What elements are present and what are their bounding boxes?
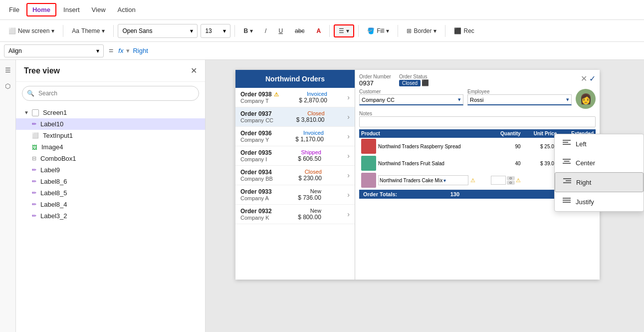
border-button[interactable]: ⊞ Border ▾ (402, 25, 441, 37)
notes-input[interactable] (359, 116, 596, 127)
new-screen-icon: ⬜ (8, 27, 16, 34)
customer-field: Customer Company CC ▾ (359, 89, 463, 109)
toolbar-divider-1 (63, 25, 63, 37)
toolbar-divider-4 (329, 25, 330, 37)
sidebar-hamburger-icon[interactable]: ☰ (2, 64, 14, 76)
tree-arrow-screen1: ▼ (24, 110, 29, 115)
tree-item-label3-2[interactable]: ✏ Label3_2 (16, 210, 205, 222)
tree-panel: Tree view ✕ 🔍 ▼ Screen1 ✏ Label10 ⬜ Text… (16, 60, 206, 332)
chevron-0934: › (347, 171, 350, 179)
align-option-center[interactable]: Center (555, 153, 644, 172)
tree-label8-6-name: Label8_6 (40, 178, 67, 185)
chevron-0936: › (347, 132, 350, 140)
tree-screen1-label: Screen1 (43, 109, 67, 116)
tree-checkbox-screen1[interactable] (32, 109, 39, 116)
formula-value: Right (133, 47, 148, 54)
bold-button[interactable]: B ▾ (239, 25, 257, 37)
align-option-justify[interactable]: Justify (555, 192, 644, 211)
tree-textinput1-icon: ⬜ (32, 132, 39, 139)
order-row-0932[interactable]: Order 0932 Company K New $ 800.00 › (235, 205, 355, 224)
tree-item-label9[interactable]: ✏ Label9 (16, 164, 205, 176)
menu-action[interactable]: Action (113, 4, 141, 15)
italic-button[interactable]: / (260, 25, 271, 37)
employee-select[interactable]: Rossi ▾ (467, 94, 572, 105)
menu-insert[interactable]: Insert (58, 4, 85, 15)
tree-combobox1-icon: ⊟ (32, 155, 36, 162)
toolbar-divider-5 (358, 25, 359, 37)
tree-item-label8-4[interactable]: ✏ Label8_4 (16, 199, 205, 210)
new-screen-button[interactable]: ⬜ New screen ▾ (4, 25, 59, 37)
font-size-selector[interactable]: 13 ▾ (201, 24, 230, 38)
align-dropdown: Left Center (554, 134, 644, 212)
font-selector[interactable]: Open Sans ▾ (118, 24, 198, 38)
qty-down-btn[interactable]: ○ (507, 181, 515, 185)
fill-icon: 🪣 (367, 27, 375, 34)
fill-button[interactable]: 🪣 Fill ▾ (363, 25, 394, 37)
justify-align-icon (563, 197, 571, 206)
product-name-input[interactable]: Northwind Traders Cake Mix ▾ (378, 175, 468, 185)
theme-chevron-icon: ▾ (102, 27, 105, 34)
chevron-0933: › (347, 191, 350, 199)
tree-item-label8-5[interactable]: ✏ Label8_5 (16, 187, 205, 199)
order-row-0936[interactable]: Order 0936 Company Y Invoiced $ 1,170.00… (235, 127, 355, 146)
qty-input-cake[interactable] (491, 176, 506, 185)
search-input[interactable] (22, 86, 199, 101)
customer-select[interactable]: Company CC ▾ (359, 94, 463, 105)
tree-title: Tree view (24, 66, 60, 75)
align-option-right[interactable]: Right (555, 172, 644, 192)
order-row-0935[interactable]: Order 0935 Company I Shipped $ 606.50 › (235, 146, 355, 166)
fill-chevron-icon: ▾ (386, 27, 389, 34)
northwind-order-list: Northwind Orders Order 0938 ⚠ Company T … (235, 70, 355, 280)
theme-button[interactable]: Aa Theme ▾ (67, 25, 109, 37)
tree-item-screen1[interactable]: ▼ Screen1 (16, 107, 205, 118)
center-align-icon (563, 158, 571, 167)
tree-item-label10[interactable]: ✏ Label10 (16, 118, 205, 130)
search-icon: 🔍 (27, 90, 34, 97)
menu-bar: File Home Insert View Action (0, 0, 644, 20)
font-color-button[interactable]: A (312, 25, 325, 37)
order-row-0938[interactable]: Order 0938 ⚠ Company T Invoiced $ 2,870.… (235, 88, 355, 107)
tree-item-label8-6[interactable]: ✏ Label8_6 (16, 176, 205, 187)
rec-button[interactable]: ⬛ Rec (449, 25, 478, 37)
toolbar-divider-2 (113, 25, 114, 37)
menu-view[interactable]: View (87, 4, 111, 15)
main-area: ☰ ⬡ Tree view ✕ 🔍 ▼ Screen1 ✏ Label10 (0, 60, 644, 332)
menu-file[interactable]: File (4, 4, 24, 15)
tree-search-container: 🔍 (22, 86, 199, 101)
warn-icon-0938: ⚠ (274, 91, 279, 98)
underline-button[interactable]: U (274, 25, 287, 37)
formula-chevron: ▾ (126, 47, 130, 54)
tree-label8-6-icon: ✏ (32, 178, 36, 185)
order-row-0933[interactable]: Order 0933 Company A New $ 736.00 › (235, 185, 355, 205)
formula-selector[interactable]: Align ▾ (4, 44, 104, 57)
tree-close-button[interactable]: ✕ (191, 66, 197, 75)
order-row-0934[interactable]: Order 0934 Company BB Closed $ 230.00 › (235, 166, 355, 185)
employee-photo: 👩 (576, 89, 596, 109)
align-center-label: Center (576, 159, 595, 167)
formula-selector-chevron: ▾ (96, 47, 99, 54)
notes-field: Notes (359, 111, 596, 127)
align-button[interactable]: ☰ ▾ (334, 24, 354, 37)
sidebar-layers-icon[interactable]: ⬡ (2, 80, 14, 92)
product-img-0 (361, 139, 376, 154)
align-option-left[interactable]: Left (555, 134, 644, 153)
chevron-0938: › (347, 93, 350, 101)
tree-label8-4-name: Label8_4 (40, 201, 67, 208)
formula-fx-label[interactable]: fx (118, 47, 123, 54)
strikethrough-button[interactable]: abc (290, 25, 309, 37)
employee-field: Employee Rossi ▾ (467, 89, 572, 109)
check-icon-button[interactable]: ✓ (589, 74, 596, 83)
theme-icon: Aa (72, 27, 79, 34)
tree-image4-icon: 🖼 (32, 144, 37, 150)
chevron-0935: › (347, 152, 350, 160)
align-icon: ☰ (339, 27, 344, 34)
tree-label8-5-icon: ✏ (32, 190, 36, 196)
tree-item-image4[interactable]: 🖼 Image4 (16, 141, 205, 153)
close-icon-button[interactable]: ✕ (581, 74, 587, 83)
menu-home[interactable]: Home (26, 3, 56, 16)
tree-label10-icon: ✏ (32, 121, 36, 127)
order-row-0937[interactable]: Order 0937 Company CC Closed $ 3,810.00 … (235, 107, 355, 127)
tree-label9-name: Label9 (40, 166, 60, 174)
tree-item-textinput1[interactable]: ⬜ TextInput1 (16, 130, 205, 141)
tree-item-combobox1[interactable]: ⊟ ComboBox1 (16, 153, 205, 164)
